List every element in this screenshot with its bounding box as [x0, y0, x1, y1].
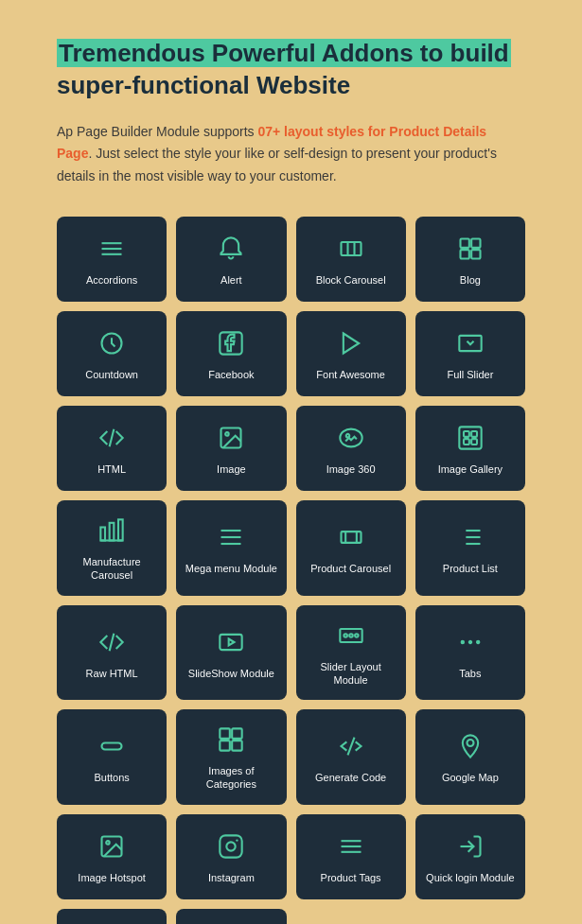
card-image-hotspot[interactable]: Image Hotspot: [57, 814, 167, 899]
svg-point-45: [462, 641, 464, 643]
card-facebook[interactable]: Facebook: [176, 311, 286, 396]
card-label-slider-layout: Slider Layout Module: [304, 660, 398, 688]
card-label-raw-html: Raw HTML: [86, 667, 138, 680]
svg-point-58: [227, 842, 236, 850]
card-label-countdown: Countdown: [85, 368, 138, 381]
generate-code-icon: [338, 733, 364, 771]
card-manufacture-carousel[interactable]: Manufacture Carousel: [57, 500, 167, 596]
card-images-of-categories[interactable]: Images of Categories: [176, 709, 286, 805]
svg-rect-21: [464, 439, 469, 445]
svg-point-46: [469, 641, 471, 643]
card-label-accordions: Accordions: [86, 273, 137, 287]
card-label-instagram: Instagram: [208, 871, 255, 884]
card-label-generate-code: Generate Code: [315, 771, 386, 784]
svg-point-47: [477, 641, 479, 643]
full-slider-icon: [457, 330, 484, 368]
page-header: Tremendous Powerful Addons to build supe…: [57, 38, 525, 188]
card-label-full-slider: Full Slider: [447, 368, 493, 381]
card-twitter[interactable]: Twitter: [57, 909, 167, 924]
card-tabs[interactable]: Tabs: [415, 605, 525, 701]
slideshow-icon: [218, 629, 244, 667]
list-icon: [457, 524, 484, 562]
image360-icon: [338, 425, 364, 462]
block-carousel-icon: [338, 235, 364, 273]
card-video[interactable]: Video: [176, 909, 286, 924]
bell-icon: [218, 235, 244, 273]
card-blog[interactable]: Blog: [415, 217, 525, 302]
card-buttons[interactable]: Buttons: [57, 709, 167, 805]
page-description: Ap Page Builder Module supports 07+ layo…: [57, 121, 525, 188]
svg-rect-52: [233, 741, 242, 751]
card-quick-login[interactable]: Quick login Module: [415, 814, 525, 899]
card-instagram[interactable]: Instagram: [176, 814, 286, 899]
card-mega-menu[interactable]: Mega menu Module: [176, 500, 286, 596]
play-icon: [338, 330, 364, 368]
card-label-product-carousel: Product Carousel: [310, 562, 391, 575]
addons-grid: Accordions Alert Block Carousel Blog Cou…: [57, 217, 525, 924]
card-label-slideshow: SlideShow Module: [188, 667, 274, 680]
card-countdown[interactable]: Countdown: [57, 311, 167, 396]
svg-rect-18: [459, 427, 481, 448]
svg-rect-25: [118, 519, 123, 540]
card-slideshow[interactable]: SlideShow Module: [176, 605, 286, 701]
card-label-quick-login: Quick login Module: [426, 871, 515, 884]
card-label-blog: Blog: [460, 273, 481, 287]
card-image-gallery[interactable]: Image Gallery: [415, 406, 525, 491]
clock-icon: [98, 330, 125, 368]
card-label-image-hotspot: Image Hotspot: [78, 871, 146, 884]
svg-point-16: [226, 432, 230, 436]
slider-layout-icon: [338, 622, 364, 660]
svg-rect-22: [471, 439, 477, 445]
card-label-alert: Alert: [220, 273, 242, 287]
page-title: Tremendous Powerful Addons to build supe…: [57, 38, 525, 102]
svg-rect-49: [220, 729, 231, 740]
title-highlight: Tremendous Powerful Addons to build: [57, 39, 511, 67]
svg-rect-6: [460, 238, 468, 247]
instagram-icon: [218, 833, 244, 871]
svg-rect-51: [220, 741, 231, 751]
card-label-product-list: Product List: [443, 562, 498, 575]
svg-point-56: [106, 841, 110, 845]
menu-icon: [98, 235, 125, 273]
svg-rect-57: [220, 835, 242, 857]
card-product-tags[interactable]: Product Tags: [296, 814, 406, 899]
svg-point-43: [349, 634, 353, 637]
quick-login-icon: [457, 833, 484, 871]
card-raw-html[interactable]: Raw HTML: [57, 605, 167, 701]
svg-point-54: [467, 740, 473, 746]
svg-line-39: [110, 633, 115, 651]
svg-point-59: [237, 839, 238, 841]
svg-point-44: [355, 634, 359, 637]
card-label-manufacture-carousel: Manufacture Carousel: [64, 555, 159, 583]
svg-rect-9: [471, 250, 480, 258]
card-alert[interactable]: Alert: [176, 217, 286, 302]
svg-rect-3: [341, 242, 361, 255]
card-slider-layout[interactable]: Slider Layout Module: [296, 605, 406, 701]
svg-rect-50: [233, 729, 242, 740]
card-generate-code[interactable]: Generate Code: [296, 709, 406, 805]
card-product-carousel[interactable]: Product Carousel: [296, 500, 406, 596]
facebook-icon: [218, 330, 244, 368]
svg-rect-8: [460, 250, 468, 258]
card-label-image: Image: [217, 462, 246, 476]
html-icon: [98, 425, 125, 462]
card-font-awesome[interactable]: Font Awesome: [296, 311, 406, 396]
card-image[interactable]: Image: [176, 406, 286, 491]
tabs-icon: [457, 629, 484, 667]
card-block-carousel[interactable]: Block Carousel: [296, 217, 406, 302]
product-carousel-icon: [338, 524, 364, 562]
buttons-icon: [98, 733, 125, 771]
card-full-slider[interactable]: Full Slider: [415, 311, 525, 396]
card-accordions[interactable]: Accordions: [57, 217, 167, 302]
card-google-map[interactable]: Google Map: [415, 709, 525, 805]
svg-rect-23: [100, 527, 105, 540]
rawhtml-icon: [98, 629, 125, 667]
svg-line-53: [347, 738, 354, 756]
product-tags-icon: [338, 833, 364, 871]
svg-rect-30: [341, 532, 361, 543]
card-image-360[interactable]: Image 360: [296, 406, 406, 491]
card-product-list[interactable]: Product List: [415, 500, 525, 596]
card-label-images-of-categories: Images of Categories: [184, 764, 278, 792]
card-html[interactable]: HTML: [57, 406, 167, 491]
megamenu-icon: [218, 524, 244, 562]
